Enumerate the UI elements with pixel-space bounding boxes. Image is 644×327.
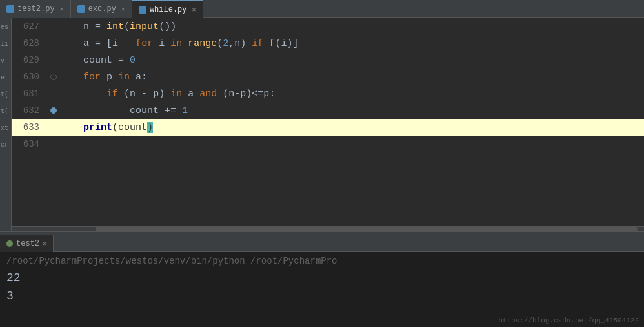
- run-icon: [6, 240, 13, 247]
- line-number-633: 633: [12, 122, 47, 132]
- tab-while[interactable]: while.py ✕: [132, 0, 203, 18]
- code-633: print(count): [60, 122, 153, 133]
- run-tab-close[interactable]: ✕: [43, 240, 46, 248]
- run-output-line-2: 3: [6, 287, 638, 305]
- table-row: 630 for p in a:: [12, 69, 644, 85]
- table-row: 634: [12, 136, 644, 153]
- sidebar-partial-7: xt: [1, 120, 10, 137]
- run-panel: test2 ✕ /root/PycharmProjects/westos/ven…: [0, 235, 644, 327]
- run-path: /root/PycharmProjects/westos/venv/bin/py…: [6, 256, 638, 266]
- tab-test2-label: test2.py: [17, 5, 55, 14]
- line-number-631: 631: [12, 89, 47, 99]
- tab-test2[interactable]: test2.py ✕: [0, 0, 71, 18]
- run-tab-test2[interactable]: test2 ✕: [0, 235, 54, 252]
- tab-exc[interactable]: exc.py ✕: [71, 0, 132, 18]
- code-630: for p in a:: [60, 72, 147, 83]
- sidebar-partial-4: e: [1, 70, 10, 87]
- code-631: if (n - p) in a and (n-p)<=p:: [60, 89, 275, 100]
- tab-while-close[interactable]: ✕: [192, 6, 196, 14]
- tab-exc-close[interactable]: ✕: [121, 5, 125, 13]
- gutter-632: [47, 107, 60, 114]
- scrollbar-thumb[interactable]: [96, 227, 638, 231]
- table-row: 632 count += 1: [12, 102, 644, 119]
- sidebar-partial-5: t(: [1, 87, 10, 103]
- tab-while-label: while.py: [150, 5, 187, 14]
- sidebar-partial-6: t(: [1, 103, 10, 120]
- line-number-634: 634: [12, 139, 47, 149]
- table-row: 629 count = 0: [12, 52, 644, 69]
- table-row: 633 print(count): [12, 119, 644, 136]
- line-number-629: 629: [12, 55, 47, 65]
- fold-indicator-630: [50, 74, 57, 80]
- tab-bar: test2.py ✕ exc.py ✕ while.py ✕: [0, 0, 644, 18]
- line-number-628: 628: [12, 38, 47, 48]
- code-628: a = [i for i in range(2,n) if f(i)]: [60, 38, 298, 49]
- breakpoint-632[interactable]: [50, 107, 57, 114]
- table-row: 631 if (n - p) in a and (n-p)<=p:: [12, 85, 644, 102]
- python-icon-while: [139, 6, 146, 14]
- sidebar-partial-8: cr: [1, 137, 10, 154]
- run-tab-bar: test2 ✕: [0, 235, 644, 252]
- code-lines: 627 n = int(input()) 628 a = [i for i in…: [12, 18, 644, 153]
- line-number-627: 627: [12, 21, 47, 32]
- table-row: 627 n = int(input()): [12, 18, 644, 35]
- run-tab-label: test2: [16, 239, 39, 248]
- sidebar-partial-2: li: [1, 36, 10, 53]
- run-output-line-1: 22: [6, 269, 638, 287]
- tab-exc-label: exc.py: [88, 5, 116, 14]
- python-icon-test2: [6, 5, 14, 13]
- code-629: count = 0: [60, 55, 136, 66]
- code-scroll[interactable]: 627 n = int(input()) 628 a = [i for i in…: [12, 18, 644, 226]
- run-output: /root/PycharmProjects/westos/venv/bin/py…: [0, 252, 644, 327]
- code-632: count += 1: [60, 105, 188, 116]
- gutter-630: [47, 74, 60, 80]
- horizontal-scrollbar[interactable]: [12, 226, 644, 231]
- left-sidebar: es li v e t( t( xt cr: [0, 18, 12, 231]
- code-editor[interactable]: 627 n = int(input()) 628 a = [i for i in…: [12, 18, 644, 231]
- sidebar-partial-1: es: [1, 19, 10, 36]
- tab-test2-close[interactable]: ✕: [60, 5, 64, 13]
- code-627: n = int(input()): [60, 21, 176, 32]
- sidebar-partial-3: v: [1, 53, 10, 70]
- table-row: 628 a = [i for i in range(2,n) if f(i)]: [12, 35, 644, 52]
- line-number-630: 630: [12, 72, 47, 82]
- editor-container: es li v e t( t( xt cr 627 n = int(input(…: [0, 18, 644, 231]
- python-icon-exc: [77, 5, 85, 13]
- watermark: https://blog.csdn.net/qq_42504122: [498, 317, 639, 324]
- line-number-632: 632: [12, 105, 47, 116]
